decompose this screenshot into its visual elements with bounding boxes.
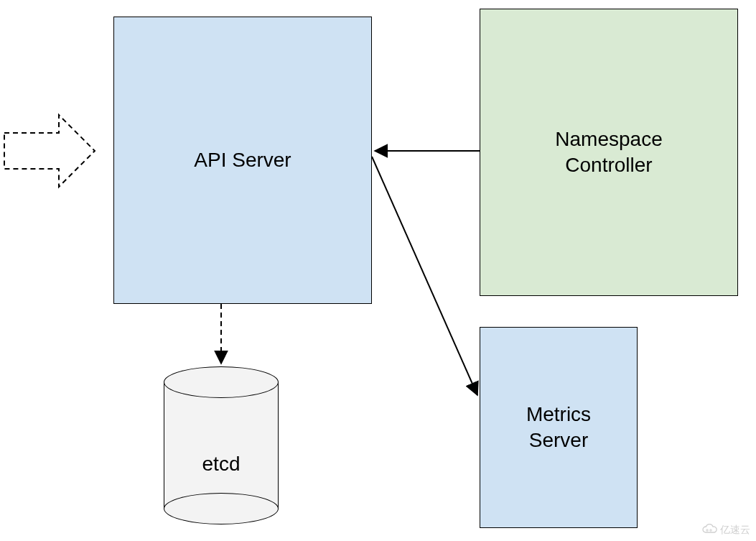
watermark: 亿速云 bbox=[701, 524, 750, 537]
watermark-text: 亿速云 bbox=[720, 524, 750, 537]
node-metrics-server: Metrics Server bbox=[480, 327, 638, 528]
node-namespace-controller: Namespace Controller bbox=[480, 9, 738, 296]
etcd-bottom-ellipse bbox=[164, 493, 279, 524]
svg-point-1 bbox=[710, 530, 711, 531]
edge-api-to-metrics bbox=[372, 157, 477, 395]
node-namespace-controller-label: Namespace Controller bbox=[555, 126, 662, 179]
cloud-icon bbox=[701, 524, 717, 537]
node-metrics-server-label: Metrics Server bbox=[526, 402, 591, 454]
etcd-top-ellipse bbox=[164, 366, 279, 398]
node-api-server-label: API Server bbox=[194, 149, 291, 172]
node-etcd: etcd bbox=[164, 366, 279, 524]
node-etcd-label: etcd bbox=[164, 453, 279, 476]
node-api-server: API Server bbox=[113, 17, 372, 304]
svg-point-0 bbox=[706, 530, 708, 531]
etcd-body bbox=[164, 382, 279, 509]
external-input-arrow bbox=[4, 115, 95, 187]
